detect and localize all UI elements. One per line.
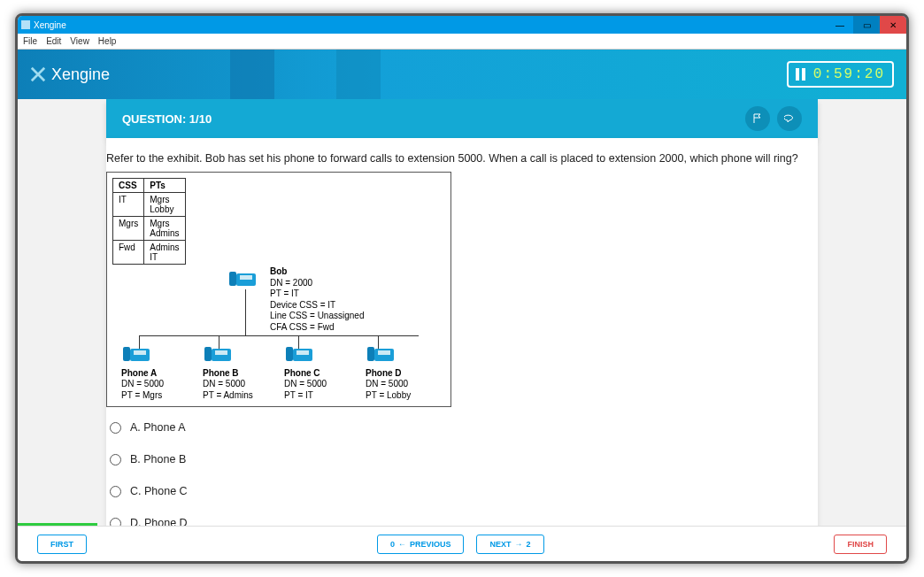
maximize-button[interactable]: ▭ xyxy=(853,16,880,34)
brand-icon xyxy=(30,66,46,82)
svg-rect-8 xyxy=(215,350,227,355)
brand: Xengine xyxy=(30,65,110,84)
content-area: QUESTION: 1/10 Refer to the exhibit. Bob… xyxy=(18,99,906,526)
arrow-right-icon: → xyxy=(515,540,523,549)
menu-file[interactable]: File xyxy=(23,36,37,46)
option-a[interactable]: A. Phone A xyxy=(110,421,814,434)
timer[interactable]: 0:59:20 xyxy=(787,61,894,88)
option-d[interactable]: D. Phone D xyxy=(110,517,814,526)
svg-rect-2 xyxy=(240,275,252,280)
brand-text: Xengine xyxy=(51,65,110,84)
answer-options: A. Phone A B. Phone B C. Phone C D. Phon… xyxy=(106,421,818,526)
radio-icon xyxy=(110,422,121,434)
flag-button[interactable] xyxy=(745,106,770,131)
phone-c: Phone C DN = 5000 PT = IT xyxy=(284,343,355,401)
phone-icon xyxy=(227,268,263,291)
minimize-button[interactable]: — xyxy=(827,16,853,34)
radio-icon xyxy=(110,518,121,527)
comment-button[interactable] xyxy=(777,106,802,131)
radio-icon xyxy=(110,454,121,465)
exhibit-image: CSSPTs ITMgrs Lobby MgrsMgrs Admins FwdA… xyxy=(106,172,451,407)
previous-button[interactable]: 0 ← PREVIOUS xyxy=(377,535,465,554)
question-counter: QUESTION: 1/10 xyxy=(122,112,212,126)
progress-indicator xyxy=(18,523,97,526)
app-icon xyxy=(21,20,30,29)
footer-nav: FIRST 0 ← PREVIOUS NEXT → 2 FINISH xyxy=(18,526,906,561)
svg-rect-7 xyxy=(204,347,212,361)
next-button[interactable]: NEXT → 2 xyxy=(476,535,543,554)
phone-a: Phone A DN = 5000 PT = Mgrs xyxy=(121,343,192,401)
comment-icon xyxy=(784,113,795,124)
pause-icon xyxy=(796,68,808,81)
titlebar: Xengine — ▭ ✕ xyxy=(18,16,906,34)
header-banner: Xengine 0:59:20 xyxy=(18,50,906,99)
option-b[interactable]: B. Phone B xyxy=(110,453,814,465)
menu-view[interactable]: View xyxy=(70,36,89,46)
svg-rect-5 xyxy=(134,350,146,355)
close-button[interactable]: ✕ xyxy=(880,16,906,34)
menubar: File Edit View Help xyxy=(18,34,906,50)
css-pt-table: CSSPTs ITMgrs Lobby MgrsMgrs Admins FwdA… xyxy=(112,178,186,265)
bob-details: Bob DN = 2000 PT = IT Device CSS = IT Li… xyxy=(270,266,364,333)
app-window: Xengine — ▭ ✕ File Edit View Help Xengin… xyxy=(15,13,909,564)
svg-rect-1 xyxy=(229,272,236,286)
window-title: Xengine xyxy=(34,20,66,30)
radio-icon xyxy=(110,486,121,497)
timer-text: 0:59:20 xyxy=(813,66,885,82)
svg-rect-14 xyxy=(378,350,390,355)
phone-d: Phone D DN = 5000 PT = Lobby xyxy=(366,343,436,401)
svg-rect-10 xyxy=(286,347,293,361)
arrow-left-icon: ← xyxy=(398,540,406,549)
menu-edit[interactable]: Edit xyxy=(46,36,61,46)
svg-rect-13 xyxy=(367,347,374,361)
question-bar: QUESTION: 1/10 xyxy=(106,99,818,138)
svg-rect-4 xyxy=(123,347,130,361)
flag-icon xyxy=(752,113,763,124)
option-c[interactable]: C. Phone C xyxy=(110,485,814,497)
menu-help[interactable]: Help xyxy=(98,36,117,46)
first-button[interactable]: FIRST xyxy=(37,535,87,554)
question-text: Refer to the exhibit. Bob has set his ph… xyxy=(106,152,818,165)
question-panel: Refer to the exhibit. Bob has set his ph… xyxy=(106,138,818,526)
finish-button[interactable]: FINISH xyxy=(834,535,887,554)
phone-b: Phone B DN = 5000 PT = Admins xyxy=(203,343,273,401)
svg-rect-11 xyxy=(296,350,309,355)
